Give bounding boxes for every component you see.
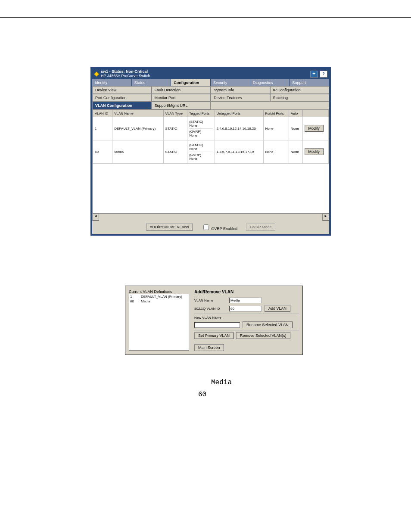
status-icon xyxy=(94,72,99,76)
subtab-system-info[interactable]: System Info xyxy=(211,86,270,94)
current-vlan-heading: Current VLAN Definitions xyxy=(129,289,189,294)
caption-media: Media xyxy=(211,379,232,386)
vlan-id-label: 802.1Q VLAN ID xyxy=(194,307,227,311)
vlan-config-window: sw1 - Status: Non-Critical HP J4865A Pro… xyxy=(90,67,331,236)
titlebar: sw1 - Status: Non-Critical HP J4865A Pro… xyxy=(92,69,329,79)
subtab-port-configuration[interactable]: Port Configuration xyxy=(92,94,152,102)
tab-status[interactable]: Status xyxy=(132,79,171,86)
help-icon[interactable]: ? xyxy=(320,71,327,78)
modify-button[interactable]: Modify xyxy=(305,148,324,155)
rename-vlan-button[interactable]: Rename Selected VLAN xyxy=(243,321,293,328)
scroll-left-icon[interactable]: ◄ xyxy=(92,214,99,221)
th-untagged-ports: Untagged Ports xyxy=(215,110,263,117)
footer-bar: ADD/REMOVE VLANs GVRP Enabled GVRP Mode xyxy=(92,221,329,234)
table-row: 60MediaSTATIC(STATIC)None(GVRP)None1,3,5… xyxy=(93,140,329,163)
th-forbid-ports: Forbid Ports xyxy=(263,110,289,117)
vlan-name-label: VLAN Name xyxy=(194,299,227,302)
remove-vlan-button[interactable]: Remove Selected VLAN(s) xyxy=(236,332,290,339)
subtab-device-features[interactable]: Device Features xyxy=(211,94,270,102)
subtab-monitor-port[interactable]: Monitor Port xyxy=(152,94,211,102)
add-vlan-button[interactable]: Add VLAN xyxy=(265,305,290,312)
tab-security[interactable]: Security xyxy=(211,79,250,86)
add-remove-vlans-button[interactable]: ADD/REMOVE VLANs xyxy=(146,224,193,230)
dialog-heading: Add/Remove VLAN xyxy=(194,289,299,294)
gvrp-enabled-label: GVRP Enabled xyxy=(211,227,237,231)
tab-diagnostics[interactable]: Diagnostics xyxy=(250,79,290,86)
gvrp-mode-button: GVRP Mode xyxy=(246,224,275,230)
subtab-device-view[interactable]: Device View xyxy=(92,86,152,94)
vlan-table-area: VLAN ID VLAN Name VLAN Type Tagged Ports… xyxy=(92,109,329,214)
subtab-support-mgmt-url[interactable]: Support/Mgmt URL xyxy=(152,102,211,109)
add-remove-vlan-dialog: Current VLAN Definitions 1DEFAULT_VLAN (… xyxy=(125,286,303,355)
th-tagged-ports: Tagged Ports xyxy=(187,110,215,117)
window-subtitle: HP J4865A ProCurve Switch xyxy=(101,74,150,78)
th-vlan-name: VLAN Name xyxy=(112,110,163,117)
set-primary-vlan-button[interactable]: Set Primary VLAN xyxy=(194,332,234,339)
vlan-definitions-list[interactable]: 1DEFAULT_VLAN (Primary) 60Media xyxy=(129,294,189,351)
subtab-stacking[interactable]: Stacking xyxy=(270,94,330,102)
th-auto: Auto xyxy=(289,110,302,117)
subtab-vlan-configuration[interactable]: VLAN Configuration xyxy=(92,102,152,109)
gvrp-enabled-checkbox[interactable] xyxy=(203,224,209,230)
scroll-right-icon[interactable]: ► xyxy=(322,214,329,221)
vlan-name-input[interactable] xyxy=(229,298,262,303)
list-item: 1DEFAULT_VLAN (Primary) xyxy=(129,294,189,299)
subtab-ip-configuration[interactable]: IP Configuration xyxy=(270,86,330,94)
tab-support[interactable]: Support xyxy=(290,79,329,86)
modify-button[interactable]: Modify xyxy=(305,125,324,132)
table-row: 1DEFAULT_VLAN (Primary)STATIC(STATIC)Non… xyxy=(93,117,329,140)
new-vlan-name-label: New VLAN Name xyxy=(194,316,227,320)
subtab-fault-detection[interactable]: Fault Detection xyxy=(152,86,211,94)
vlan-id-input[interactable] xyxy=(229,306,262,311)
tab-configuration[interactable]: Configuration xyxy=(171,79,211,86)
main-screen-button[interactable]: Main Screen xyxy=(194,344,224,351)
hp-logo-icon: ✦ xyxy=(310,71,318,78)
list-item: 60Media xyxy=(129,299,189,304)
th-vlan-type: VLAN Type xyxy=(163,110,187,117)
page-number: 60 xyxy=(198,391,206,398)
tab-identity[interactable]: Identity xyxy=(92,79,132,86)
new-vlan-name-input[interactable] xyxy=(194,322,240,328)
window-title: sw1 - Status: Non-Critical xyxy=(101,69,148,74)
th-vlan-id: VLAN ID xyxy=(93,110,112,117)
vlan-table: VLAN ID VLAN Name VLAN Type Tagged Ports… xyxy=(93,110,329,164)
main-tabs: Identity Status Configuration Security D… xyxy=(92,79,329,86)
